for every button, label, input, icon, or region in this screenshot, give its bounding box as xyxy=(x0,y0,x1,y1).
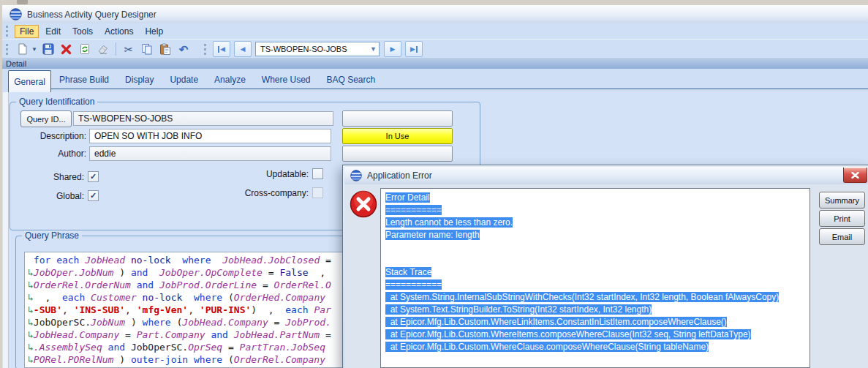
error-text-line: Error Detail xyxy=(385,192,805,204)
next-record-button[interactable]: ▶ xyxy=(384,41,401,57)
query-identification-label: Query Identification xyxy=(16,97,97,107)
toolbar-separator xyxy=(116,42,116,56)
print-button[interactable]: Print xyxy=(819,210,865,227)
cross-company-checkbox[interactable] xyxy=(312,187,323,198)
menu-item-edit[interactable]: Edit xyxy=(40,25,66,38)
tab-strip-items: Phrase BuildDisplayUpdateAnalyzeWhere Us… xyxy=(51,70,383,89)
menu-bar: FileEditToolsActionsHelp xyxy=(2,23,868,39)
updatable-checkbox-group: Updatable: xyxy=(241,168,323,179)
refresh-button[interactable] xyxy=(77,41,93,57)
updatable-checkbox[interactable] xyxy=(312,168,323,179)
description-label: Description: xyxy=(15,131,86,141)
detail-panel-header: Detail xyxy=(2,58,868,69)
save-icon xyxy=(42,43,54,55)
menu-item-help[interactable]: Help xyxy=(140,25,168,38)
error-dialog-title: Application Error xyxy=(367,170,432,181)
new-document-dropdown[interactable]: ▼ xyxy=(31,46,37,53)
email-button[interactable]: Email xyxy=(819,228,865,245)
error-dialog-app-icon xyxy=(350,170,362,181)
global-checkbox[interactable]: ✓ xyxy=(88,190,99,201)
title-bar: Business Activity Query Designer xyxy=(2,5,868,24)
error-text-line: at Epicor.Mfg.Lib.Custom.WhereLinkItems.… xyxy=(385,316,805,328)
cross-company-checkbox-group: Cross-company: xyxy=(233,187,323,198)
panel-left-groove xyxy=(3,92,9,368)
shared-checkbox[interactable]: ✓ xyxy=(88,171,99,182)
clear-button[interactable] xyxy=(95,41,111,57)
in-use-indicator: In Use xyxy=(342,128,453,144)
toolbar-drag-grip[interactable] xyxy=(6,44,10,55)
error-text-line: =========== xyxy=(385,204,805,217)
error-icon xyxy=(350,190,377,218)
desktop-background xyxy=(0,0,868,5)
error-dialog-close-button[interactable] xyxy=(843,168,867,183)
error-text-line: at System.String.InternalSubStringWithCh… xyxy=(385,291,805,304)
cut-icon: ✂ xyxy=(124,44,134,55)
author-field[interactable]: eddie xyxy=(89,146,331,161)
status-panel-bottom xyxy=(342,146,453,162)
error-dialog-title-bar: Application Error xyxy=(344,167,868,185)
window-title: Business Activity Query Designer xyxy=(27,10,156,20)
shared-checkbox-group: Shared: ✓ xyxy=(15,171,99,182)
menu-item-file[interactable]: File xyxy=(15,25,39,38)
delete-button[interactable] xyxy=(59,41,75,57)
app-icon xyxy=(10,8,22,20)
paste-button[interactable] xyxy=(157,41,173,57)
undo-button[interactable]: ↶ xyxy=(176,41,192,57)
copy-button[interactable] xyxy=(139,41,155,57)
tab-update[interactable]: Update xyxy=(162,70,206,89)
menu-item-tools[interactable]: Tools xyxy=(67,25,98,38)
last-record-icon: ▶ xyxy=(410,45,415,53)
tab-where-used[interactable]: Where Used xyxy=(254,70,319,89)
detail-panel-label: Detail xyxy=(6,59,26,68)
background-window-fragment xyxy=(17,0,28,4)
first-record-icon xyxy=(218,46,219,53)
menu-drag-grip[interactable] xyxy=(6,26,10,37)
description-field[interactable]: OPEN SO WITH JOB INFO xyxy=(89,129,331,143)
combo-dropdown-icon[interactable]: ▼ xyxy=(368,45,379,53)
error-text-line xyxy=(385,254,805,266)
undo-icon: ↶ xyxy=(179,44,189,55)
copy-icon xyxy=(141,43,153,55)
tab-phrase-build[interactable]: Phrase Build xyxy=(51,70,117,89)
query-phrase-label: Query Phrase xyxy=(22,230,82,241)
query-id-button[interactable]: Query ID... xyxy=(20,110,72,127)
query-id-field[interactable]: TS-WBOPEN-SO-JOBS xyxy=(73,111,333,126)
shared-label: Shared: xyxy=(53,172,84,182)
cut-button[interactable]: ✂ xyxy=(121,41,137,57)
clear-icon xyxy=(97,43,109,55)
new-document-button[interactable] xyxy=(15,41,31,57)
error-text-line xyxy=(385,241,805,254)
record-combo[interactable]: TS-WBOPEN-SO-JOBS ▼ xyxy=(255,42,380,56)
error-text-line: at Epicor.Mfg.Lib.Custom.WhereItems.comp… xyxy=(385,328,805,341)
new-document-icon xyxy=(17,43,29,55)
record-combo-value: TS-WBOPEN-SO-JOBS xyxy=(256,45,368,53)
tab-general[interactable]: General xyxy=(8,70,51,92)
error-text-line: Length cannot be less than zero. xyxy=(385,217,805,229)
status-panel-top xyxy=(342,110,453,127)
delete-icon xyxy=(61,44,72,55)
last-record-button[interactable]: ▶ xyxy=(405,41,423,57)
error-text-line: =========== xyxy=(385,279,805,291)
error-detail-text-area[interactable]: Error Detail===========Length cannot be … xyxy=(380,188,810,368)
toolbar: ▼ ✂ xyxy=(2,39,868,59)
summary-button[interactable]: Summary xyxy=(819,192,865,209)
menu-bar-items: FileEditToolsActionsHelp xyxy=(15,25,170,38)
navigation-drag-grip[interactable] xyxy=(204,44,208,55)
global-label: Global: xyxy=(56,191,84,201)
menu-item-actions[interactable]: Actions xyxy=(99,25,138,38)
refresh-icon xyxy=(79,43,91,55)
error-text-line: at Epicor.Mfg.Lib.Custom.WhereClause.com… xyxy=(385,341,805,353)
close-icon xyxy=(851,172,859,179)
first-record-button[interactable]: ◀ xyxy=(213,41,230,57)
previous-record-button[interactable]: ◀ xyxy=(234,41,252,57)
error-text-line: Parameter name: length xyxy=(385,229,805,241)
tab-display[interactable]: Display xyxy=(117,70,162,89)
paste-icon xyxy=(159,43,171,55)
updatable-label: Updatable: xyxy=(266,169,309,179)
tab-analyze[interactable]: Analyze xyxy=(206,70,254,89)
error-text-line: Stack Trace xyxy=(385,266,805,279)
author-label: Author: xyxy=(15,149,86,159)
save-button[interactable] xyxy=(40,41,56,57)
next-record-icon: ▶ xyxy=(390,45,395,53)
tab-baq-search[interactable]: BAQ Search xyxy=(319,70,384,89)
